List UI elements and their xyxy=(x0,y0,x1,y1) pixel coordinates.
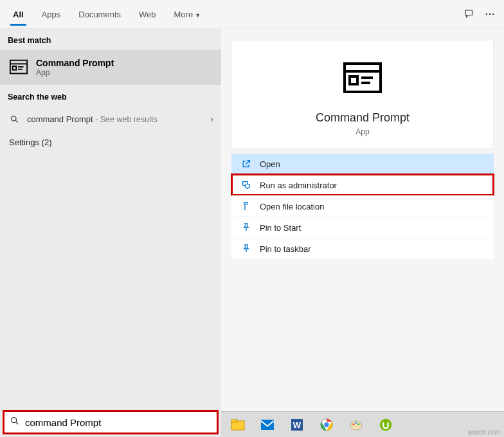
svg-point-26 xyxy=(324,422,328,427)
pin-taskbar-icon xyxy=(240,244,252,254)
web-result[interactable]: command Prompt - See web results › xyxy=(0,107,221,131)
actions-list: Open Run as administrator Open file loca… xyxy=(231,154,494,259)
action-pin-taskbar[interactable]: Pin to taskbar xyxy=(231,238,494,259)
tab-documents[interactable]: Documents xyxy=(69,3,130,25)
svg-point-8 xyxy=(11,116,16,121)
search-icon xyxy=(10,416,20,429)
action-label: Pin to taskbar xyxy=(260,244,311,254)
best-match-result[interactable]: Command Prompt App xyxy=(0,50,221,85)
app-subtitle: App xyxy=(356,127,369,136)
svg-line-19 xyxy=(16,422,18,424)
taskbar-mail[interactable] xyxy=(257,415,278,435)
settings-result[interactable]: Settings (2) xyxy=(0,131,221,154)
svg-point-0 xyxy=(486,13,487,14)
action-open-location[interactable]: Open file location xyxy=(231,195,494,217)
action-label: Pin to Start xyxy=(260,223,301,233)
svg-point-1 xyxy=(489,13,491,14)
svg-text:W: W xyxy=(293,420,302,430)
shield-icon xyxy=(240,180,252,190)
action-label: Run as administrator xyxy=(260,181,337,190)
feedback-icon[interactable] xyxy=(459,4,480,24)
svg-point-29 xyxy=(356,422,357,424)
svg-rect-12 xyxy=(350,76,357,84)
app-detail-card: Command Prompt App xyxy=(231,40,494,148)
results-panel: Best match Command Prompt App Search the… xyxy=(0,28,221,437)
pin-icon xyxy=(240,222,252,233)
search-web-header: Search the web xyxy=(0,85,221,107)
svg-point-30 xyxy=(358,423,360,425)
taskbar-utorrent[interactable] xyxy=(375,415,396,435)
tab-all[interactable]: All xyxy=(4,3,33,25)
svg-point-2 xyxy=(492,13,494,14)
more-options-icon[interactable] xyxy=(480,4,500,24)
action-run-admin[interactable]: Run as administrator xyxy=(231,174,494,195)
search-tabs: All Apps Documents Web More▼ xyxy=(0,0,504,28)
chevron-right-icon: › xyxy=(210,114,213,124)
watermark: wsxdn.com xyxy=(468,429,500,436)
taskbar-file-explorer[interactable] xyxy=(228,415,248,435)
tab-more[interactable]: More▼ xyxy=(165,3,210,25)
command-prompt-large-icon xyxy=(342,58,383,102)
taskbar-chrome[interactable] xyxy=(316,415,337,435)
folder-icon xyxy=(240,201,252,211)
web-query: command Prompt xyxy=(27,114,93,124)
app-title: Command Prompt xyxy=(316,111,410,125)
action-open[interactable]: Open xyxy=(231,154,494,174)
action-label: Open file location xyxy=(260,202,324,211)
svg-point-28 xyxy=(353,423,355,425)
search-icon xyxy=(8,114,21,124)
tab-web[interactable]: Web xyxy=(130,3,165,25)
details-panel: Command Prompt App Open Run as administr… xyxy=(221,28,504,437)
svg-line-9 xyxy=(15,120,17,122)
web-hint: - See web results xyxy=(93,115,158,124)
taskbar-word[interactable]: W xyxy=(287,415,307,435)
taskbar-paint[interactable] xyxy=(346,415,366,435)
best-match-header: Best match xyxy=(0,28,221,50)
command-prompt-icon xyxy=(8,57,30,78)
open-icon xyxy=(240,159,252,169)
svg-point-18 xyxy=(12,418,17,423)
result-title: Command Prompt xyxy=(36,58,114,68)
svg-rect-21 xyxy=(231,420,237,422)
action-pin-start[interactable]: Pin to Start xyxy=(231,217,494,238)
taskbar: W xyxy=(221,411,504,437)
search-input[interactable] xyxy=(25,417,212,428)
svg-rect-5 xyxy=(13,66,17,70)
svg-rect-22 xyxy=(261,420,274,430)
action-label: Open xyxy=(260,159,280,169)
search-box[interactable] xyxy=(3,410,219,434)
tab-apps[interactable]: Apps xyxy=(33,3,70,25)
result-sub: App xyxy=(36,68,114,77)
